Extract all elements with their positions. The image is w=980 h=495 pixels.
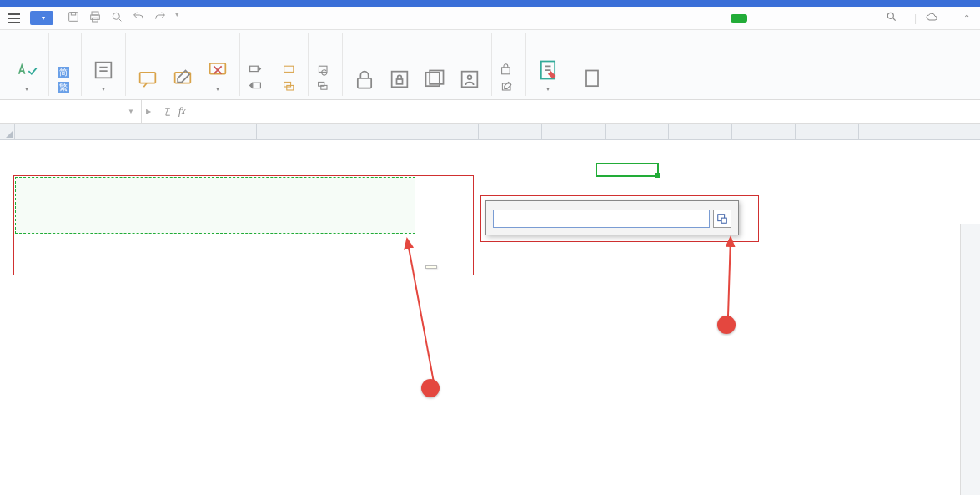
svg-rect-0: [69, 13, 78, 22]
prev-comment-button[interactable]: [247, 63, 267, 78]
col-header[interactable]: [479, 124, 542, 140]
col-header[interactable]: [606, 124, 669, 140]
col-header[interactable]: [257, 124, 415, 140]
svg-rect-26: [502, 68, 510, 74]
fx-area[interactable]: fx: [155, 105, 198, 118]
svg-rect-8: [140, 73, 156, 83]
show-all-comments-button[interactable]: [281, 79, 301, 94]
separator: |: [914, 13, 917, 24]
search-icon[interactable]: [886, 11, 897, 25]
range-selector-button[interactable]: [713, 210, 731, 228]
spellcheck-button[interactable]: ▾: [12, 57, 42, 94]
svg-rect-12: [253, 83, 261, 88]
quick-access-toolbar: ▾: [67, 10, 179, 26]
svg-rect-11: [250, 66, 259, 71]
lock-cell-button[interactable]: [349, 66, 379, 94]
right-tools: | ⌃: [886, 11, 970, 25]
svg-rect-1: [71, 13, 75, 15]
new-comment-button[interactable]: [133, 66, 163, 94]
formula-bar: ▼ ▶ fx: [0, 100, 980, 124]
allow-edit-ranges-button[interactable]: [499, 79, 519, 94]
tab-security[interactable]: [777, 14, 794, 23]
name-box[interactable]: ▼: [0, 100, 142, 123]
annotation-badge-1: [421, 379, 440, 397]
tab-page-layout[interactable]: [661, 14, 677, 23]
tab-doc-assistant[interactable]: [847, 14, 864, 23]
share-workbook-button[interactable]: [455, 66, 485, 94]
range-input[interactable]: [493, 210, 710, 228]
annotation-arrow-1: [400, 232, 450, 391]
svg-point-6: [887, 13, 893, 18]
svg-rect-2: [92, 12, 98, 15]
menu-bar: ▾ ▾ | ⌃: [0, 7, 980, 30]
active-cell-indicator: [596, 163, 659, 177]
fx-icon: [162, 106, 173, 118]
tab-view[interactable]: [754, 14, 771, 23]
annotation-red-box-1: [13, 175, 474, 275]
hamburger-icon[interactable]: [3, 10, 25, 27]
tab-formula[interactable]: [684, 14, 701, 23]
cloud-icon[interactable]: [925, 11, 938, 25]
tab-home[interactable]: [614, 14, 631, 23]
traditional-to-simplified-button[interactable]: 简: [56, 66, 74, 79]
undo-icon[interactable]: [132, 10, 145, 26]
spreadsheet-grid[interactable]: [0, 124, 980, 495]
reset-all-comments-button[interactable]: [315, 79, 335, 94]
col-header[interactable]: [859, 124, 922, 140]
protect-workbook-button[interactable]: [420, 66, 450, 94]
text-process-button[interactable]: ▾: [88, 57, 118, 94]
group-comments: ▾: [126, 33, 240, 96]
selection-marquee: [15, 177, 415, 234]
col-header[interactable]: [796, 124, 859, 140]
group-show-comments: [274, 33, 309, 96]
save-icon[interactable]: [67, 10, 80, 26]
redo-icon[interactable]: [153, 10, 167, 26]
new-region-dialog[interactable]: [485, 200, 739, 235]
col-header[interactable]: [732, 124, 796, 140]
col-header[interactable]: [123, 124, 257, 140]
file-menu-button[interactable]: ▾: [30, 11, 53, 25]
svg-rect-7: [96, 63, 112, 78]
col-header[interactable]: [669, 124, 732, 140]
tab-data[interactable]: [707, 14, 724, 23]
group-revision: ▾: [526, 33, 570, 96]
group-reset-comments: [309, 33, 343, 96]
column-headers: [15, 124, 980, 140]
col-header[interactable]: [15, 124, 123, 140]
side-panel[interactable]: [960, 224, 980, 495]
simplified-to-traditional-button[interactable]: 繁: [56, 81, 74, 94]
svg-rect-21: [397, 79, 403, 84]
next-comment-button[interactable]: [247, 79, 267, 94]
col-header[interactable]: [922, 124, 980, 140]
tab-special-apps[interactable]: [824, 14, 841, 23]
group-nav-comments: [240, 33, 274, 96]
print-icon[interactable]: [88, 10, 102, 26]
tab-insert[interactable]: [637, 14, 654, 23]
protect-sheet-button[interactable]: [384, 66, 415, 94]
svg-rect-14: [284, 82, 291, 87]
select-all-corner[interactable]: [0, 124, 15, 140]
edit-comment-button[interactable]: [168, 66, 198, 94]
col-header[interactable]: [542, 124, 606, 140]
delete-comment-button[interactable]: ▾: [203, 57, 233, 94]
fx-symbol: fx: [178, 105, 186, 118]
show-hide-comment-button[interactable]: [281, 63, 301, 78]
reset-current-comment-button[interactable]: [315, 63, 335, 78]
protect-share-workbook-button[interactable]: [499, 63, 519, 78]
tab-dev-tools[interactable]: [801, 14, 817, 23]
svg-rect-16: [319, 66, 327, 72]
qat-caret-icon[interactable]: ▾: [175, 10, 179, 26]
svg-rect-31: [721, 218, 726, 223]
revision-button[interactable]: ▾: [533, 57, 563, 94]
print-preview-icon[interactable]: [110, 10, 123, 26]
svg-rect-15: [287, 85, 294, 90]
svg-point-25: [468, 75, 472, 79]
name-box-caret-icon[interactable]: ▼: [128, 108, 134, 115]
annotation-badge-2: [717, 316, 736, 334]
group-doc: [570, 33, 614, 96]
doc-button[interactable]: [577, 66, 607, 94]
fx-expand-icon[interactable]: ▶: [142, 108, 155, 115]
col-header[interactable]: [415, 124, 479, 140]
tab-review[interactable]: [731, 14, 747, 23]
corner-caret-icon[interactable]: ⌃: [963, 13, 970, 23]
